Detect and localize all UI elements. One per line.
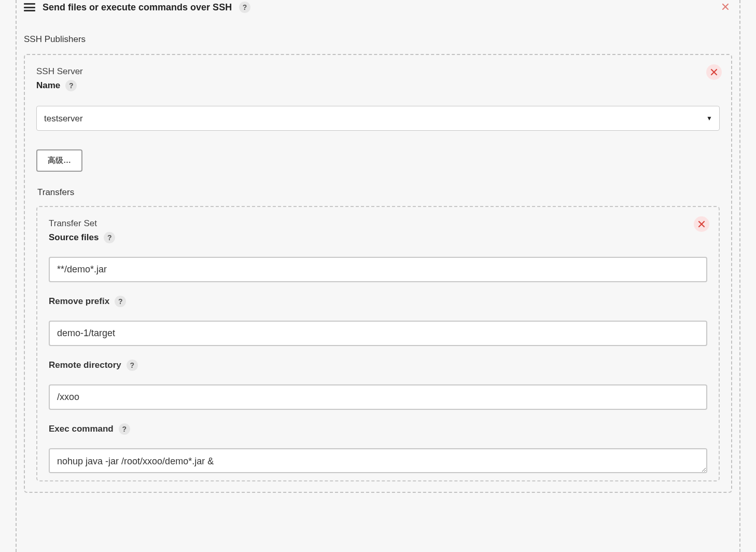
exec-command-textarea[interactable]: nohup java -jar /root/xxoo/demo*.jar & (49, 448, 707, 473)
build-step-header: Send files or execute commands over SSH … (24, 0, 732, 15)
ssh-server-select-wrap: testserver ▼ (36, 106, 720, 131)
source-files-label: Source files (49, 232, 99, 243)
exec-command-label-row: Exec command ? (49, 423, 707, 435)
transfer-set-box: Transfer Set Source files ? Remove prefi… (36, 206, 720, 481)
remove-transfer-set-button[interactable] (694, 216, 709, 232)
name-label: Name (36, 80, 60, 91)
ssh-publishers-label: SSH Publishers (24, 34, 732, 45)
remote-directory-label: Remote directory (49, 360, 121, 370)
build-step-container: Send files or execute commands over SSH … (16, 0, 740, 552)
remote-directory-label-row: Remote directory ? (49, 360, 707, 371)
ssh-server-select[interactable]: testserver (36, 106, 720, 131)
transfers-label: Transfers (37, 187, 720, 198)
transfer-set-group-label: Transfer Set (49, 218, 707, 229)
help-icon[interactable]: ? (65, 80, 77, 91)
help-icon[interactable]: ? (239, 2, 250, 13)
exec-command-label: Exec command (49, 424, 114, 434)
remove-prefix-label: Remove prefix (49, 296, 109, 307)
remove-prefix-label-row: Remove prefix ? (49, 296, 707, 307)
help-icon[interactable]: ? (127, 360, 138, 371)
help-icon[interactable]: ? (119, 423, 130, 435)
remove-prefix-input[interactable] (49, 321, 707, 346)
source-files-input[interactable] (49, 257, 707, 282)
help-icon[interactable]: ? (115, 296, 126, 307)
remote-directory-input[interactable] (49, 384, 707, 410)
drag-handle-icon[interactable] (24, 3, 35, 11)
remove-publisher-button[interactable] (706, 64, 722, 80)
ssh-server-group-label: SSH Server (36, 66, 720, 77)
ssh-publisher-box: SSH Server Name ? testserver ▼ 高级… Trans… (24, 54, 732, 493)
build-step-title: Send files or execute commands over SSH (43, 2, 232, 13)
help-icon[interactable]: ? (104, 232, 115, 243)
advanced-button[interactable]: 高级… (36, 149, 82, 172)
name-label-row: Name ? (36, 80, 720, 91)
source-files-label-row: Source files ? (49, 232, 707, 243)
remove-build-step-button[interactable] (718, 0, 733, 15)
